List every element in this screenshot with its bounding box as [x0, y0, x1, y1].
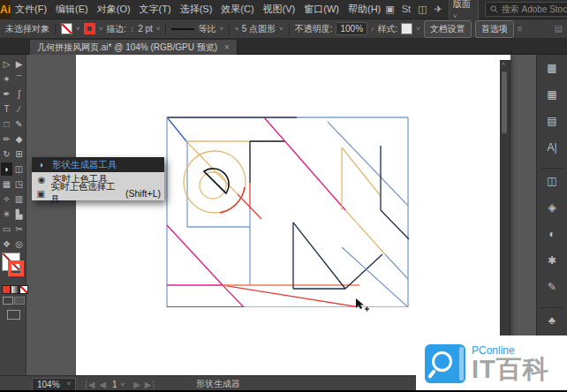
tab-close-icon[interactable]: × [224, 42, 230, 52]
panel-stroke-icon[interactable]: ✎ [537, 281, 567, 293]
panel-transform-icon[interactable]: ◫ [537, 175, 567, 187]
profile-value[interactable]: 等比 [198, 23, 215, 35]
blend-tool[interactable]: ▥ [13, 192, 25, 206]
layout-icon[interactable]: ◫ [418, 4, 427, 15]
control-bar: 未选择对象 ˅ ˅ 描边: ↕ 2 pt˅ 等比˅ • 5 点圆形˅ 不透明度:… [0, 19, 567, 39]
shape-builder-cursor [355, 298, 369, 313]
panel-layers-icon[interactable]: ◈ [537, 201, 567, 214]
vertical-scrollbar[interactable]: ˄ [500, 60, 510, 371]
scrollbar-thumb[interactable] [502, 72, 507, 133]
pencil-tool[interactable]: ✏ [1, 132, 12, 146]
fill-color-swatch[interactable] [61, 23, 72, 34]
chevron-down-icon[interactable]: ˅ [76, 25, 80, 33]
share-icon[interactable]: ✈ [435, 4, 442, 15]
rotate-tool[interactable]: ↻ [1, 147, 12, 161]
panel-symbols-icon[interactable]: ♣ [537, 314, 567, 327]
line-segment-tool[interactable]: ∕ [13, 102, 25, 116]
panel-gradient-icon[interactable]: ◐ [537, 228, 567, 240]
color-button[interactable] [2, 285, 11, 294]
panel-artboards-icon[interactable]: ▩ [537, 62, 567, 74]
geometric-n-artwork[interactable] [164, 115, 411, 307]
panel-swatches-icon[interactable]: ▦ [537, 88, 567, 101]
options-extra-icon[interactable]: ≡ [518, 24, 523, 34]
opacity-label: 不透明度: [295, 23, 333, 35]
perspective-grid-tool[interactable]: ◫ [13, 162, 25, 176]
chevron-down-icon[interactable]: ˅ [156, 25, 161, 33]
flyout-live-paint-selection-tool-icon: ▣ [35, 189, 46, 199]
menu-item[interactable]: 文件(F) [11, 3, 51, 16]
symbol-sprayer-tool[interactable]: ✳ [1, 207, 12, 221]
chevron-down-icon[interactable]: ˅ [99, 25, 103, 33]
stroke-swatch[interactable] [8, 260, 24, 276]
chevron-down-icon[interactable]: ˅ [279, 25, 284, 33]
rectangle-tool[interactable]: □ [1, 117, 12, 131]
slice-tool[interactable]: ✂ [13, 222, 25, 236]
nav-first-prev[interactable]: |◀ ◀ [85, 380, 107, 389]
direct-selection-tool[interactable]: ▷ [1, 57, 12, 71]
draw-normal-icon[interactable] [3, 297, 13, 305]
paintbrush-tool[interactable]: ✎ [13, 117, 25, 131]
stroke-weight-value[interactable]: 2 pt [138, 24, 153, 34]
panel-appearance-icon[interactable]: ✱ [537, 254, 567, 267]
artboard-tool[interactable]: ▭ [1, 222, 12, 236]
menu-item[interactable]: 编辑(E) [51, 3, 93, 16]
chevron-down-icon[interactable]: ˅ [219, 25, 223, 33]
nav-next-last[interactable]: ▶ ▶| [133, 380, 155, 389]
brush-value[interactable]: 5 点圆形 [242, 23, 276, 35]
curvature-tool[interactable]: ʃ [13, 87, 25, 101]
stroke-stepper[interactable]: ↕ [130, 24, 134, 34]
hand-tool[interactable]: ❖ [1, 237, 12, 251]
panel-dock: ▩▦▤A|◫◈◐✱✎♣✦ [536, 55, 567, 375]
flyout-item-label: 实时上色选择工具 [50, 181, 116, 206]
opacity-more[interactable]: › [371, 24, 374, 34]
zoom-tool[interactable]: ◎ [13, 237, 25, 251]
flyout-item-shortcut: (Shift+L) [125, 188, 161, 199]
gradient-tool[interactable]: ◳ [13, 177, 25, 191]
column-graph-tool[interactable]: ▙ [13, 207, 25, 221]
stroke-label: 描边: [106, 23, 126, 35]
illustrator-window: Ai 文件(F)编辑(E)对象(O)文字(T)选择(S)效果(C)视图(V)窗口… [0, 0, 567, 392]
preferences-button[interactable]: 首选项 [475, 20, 514, 38]
arrange-documents-icon[interactable]: ▣ [385, 4, 394, 15]
pen-tool[interactable]: ✒ [1, 87, 12, 101]
flyout-live-paint-selection-tool[interactable]: ▣实时上色选择工具(Shift+L) [32, 186, 164, 200]
chevron-down-icon[interactable]: ˅ [121, 381, 125, 388]
lasso-tool[interactable]: ⌒ [13, 72, 25, 86]
zoom-level-select[interactable]: 104% ˅ [32, 378, 76, 391]
shape-builder-tool[interactable]: ◗ [1, 162, 12, 176]
menu-item[interactable]: 视图(V) [259, 3, 300, 16]
type-tool[interactable]: T [1, 102, 12, 116]
opacity-value[interactable]: 100% [336, 22, 367, 35]
flyout-shape-builder-tool[interactable]: ◗形状生成器工具 [32, 157, 164, 172]
menu-item[interactable]: 选择(S) [176, 3, 217, 16]
dock-separator [541, 307, 563, 308]
eyedropper-tool[interactable]: ✧ [1, 192, 12, 206]
menu-item[interactable]: 对象(O) [93, 3, 135, 16]
draw-behind-icon[interactable] [14, 297, 25, 305]
mesh-tool[interactable]: ▦ [1, 177, 12, 191]
chevron-down-icon[interactable]: ˅ [416, 25, 420, 33]
none-button[interactable] [19, 285, 28, 294]
selection-tool[interactable]: ▶ [13, 57, 25, 71]
magic-wand-tool[interactable]: ✶ [1, 72, 12, 86]
blob-brush-tool[interactable]: ◆ [13, 132, 25, 146]
menu-item[interactable]: 文字(T) [135, 3, 176, 16]
menu-item[interactable]: 效果(C) [216, 3, 258, 16]
adobe-stock-icon[interactable]: St [402, 4, 411, 15]
menu-item[interactable]: 窗口(W) [299, 3, 344, 16]
tool-flyout-menu: ◗形状生成器工具◉实时上色工具▣实时上色选择工具(Shift+L) [32, 157, 164, 200]
artboard[interactable] [76, 55, 510, 375]
scroll-up-icon[interactable]: ˄ [502, 61, 505, 67]
free-transform-tool[interactable]: ⊞ [13, 147, 25, 161]
panel-toggle-icon[interactable]: ▤ [555, 24, 563, 34]
panel-brushes-icon[interactable]: ▤ [537, 115, 567, 127]
stock-search-input[interactable]: 搜索 Adobe Stock [485, 2, 567, 17]
stroke-color-swatch[interactable] [84, 23, 95, 34]
document-setup-button[interactable]: 文档设置 [424, 20, 472, 38]
document-tab[interactable]: 几何拼接风网页.ai* @ 104% (RGB/GPU 预览) × [30, 40, 238, 55]
style-swatch[interactable] [401, 23, 412, 34]
gradient-button[interactable] [11, 285, 19, 294]
screen-mode-icon[interactable] [7, 310, 20, 320]
menu-item[interactable]: 帮助(H) [344, 3, 385, 16]
panel-character-icon[interactable]: A| [537, 141, 567, 154]
